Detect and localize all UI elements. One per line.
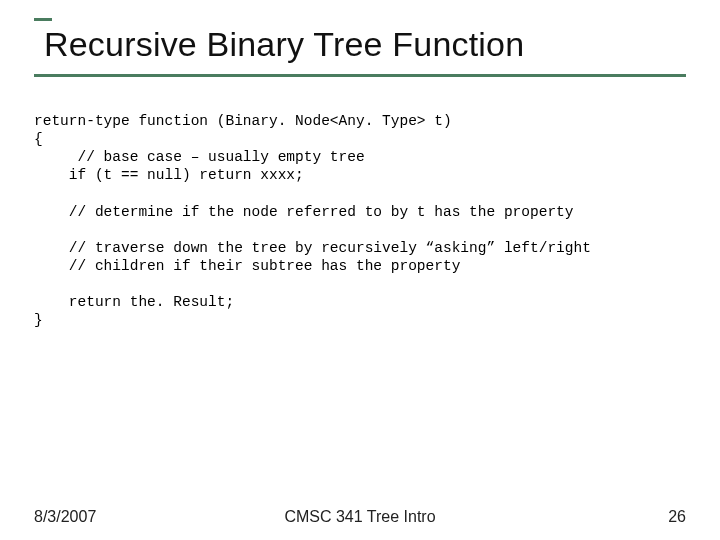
code-block: return-type function (Binary. Node<Any. … — [34, 112, 694, 330]
code-line: return the. Result; — [34, 294, 234, 310]
slide-title: Recursive Binary Tree Function — [34, 21, 686, 74]
code-line: // base case – usually empty tree — [34, 149, 365, 165]
code-line: // determine if the node referred to by … — [34, 204, 574, 220]
footer-page-number: 26 — [668, 508, 686, 526]
code-line: if (t == null) return xxxx; — [34, 167, 304, 183]
footer-center: CMSC 341 Tree Intro — [34, 508, 686, 526]
code-line: } — [34, 312, 43, 328]
title-rule-bottom — [34, 74, 686, 77]
title-block: Recursive Binary Tree Function — [34, 18, 686, 77]
code-line: return-type function (Binary. Node<Any. … — [34, 113, 452, 129]
code-line: // children if their subtree has the pro… — [34, 258, 460, 274]
code-line: // traverse down the tree by recursively… — [34, 240, 591, 256]
slide: Recursive Binary Tree Function return-ty… — [0, 0, 720, 540]
code-line: { — [34, 131, 43, 147]
